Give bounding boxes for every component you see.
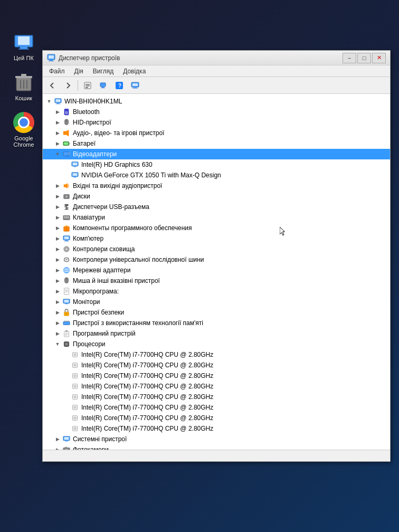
- tree-item-sw-device[interactable]: Програмний пристрій: [43, 328, 390, 339]
- tree-expander-keyboards[interactable]: [53, 213, 62, 222]
- tree-item-storage-ctrl[interactable]: Контролери сховища: [43, 244, 390, 254]
- tree-item-intel-hd[interactable]: Intel(R) HD Graphics 630: [43, 159, 390, 170]
- tree-item-battery[interactable]: Батареї: [43, 138, 390, 149]
- tree-item-monitors[interactable]: Монітори: [43, 297, 390, 307]
- tree-item-processors[interactable]: Процесори: [43, 339, 390, 349]
- tree-item-usb-controllers[interactable]: Диспетчери USB-разъема: [43, 202, 390, 212]
- tree-expander-security[interactable]: [53, 308, 62, 317]
- tree-label-cpu4: Intel(R) Core(TM) i7-7700HQ CPU @ 2.80GH…: [81, 393, 213, 401]
- properties-button[interactable]: [80, 79, 95, 92]
- svg-rect-134: [72, 386, 73, 387]
- tree-label-hid: HID-пристрої: [73, 119, 111, 126]
- tree-item-cpu3[interactable]: Intel(R) Core(TM) i7-7700HQ CPU @ 2.80GH…: [43, 381, 390, 392]
- tree-expander-network[interactable]: [53, 266, 62, 274]
- tree-expander-usb-controllers[interactable]: [53, 203, 62, 211]
- tree-item-cpu4[interactable]: Intel(R) Core(TM) i7-7700HQ CPU @ 2.80GH…: [43, 392, 390, 402]
- tree-item-hid[interactable]: HID-пристрої: [43, 117, 390, 128]
- tree-item-disks[interactable]: Диски: [43, 191, 390, 202]
- tree-item-system-devices[interactable]: Системні пристрої: [43, 434, 390, 444]
- chrome-icon[interactable]: Google Chrome: [5, 112, 42, 148]
- help-button[interactable]: ?: [112, 79, 127, 92]
- svg-rect-55: [65, 204, 69, 206]
- tree-item-root[interactable]: WIN-BHI0H0HK1ML: [43, 96, 390, 107]
- svg-rect-46: [73, 163, 78, 165]
- tree-expander-storage-ctrl[interactable]: [53, 245, 62, 253]
- svg-rect-129: [77, 375, 78, 375]
- tree-item-security[interactable]: Пристрої безпеки: [43, 307, 390, 318]
- svg-marker-52: [65, 183, 68, 189]
- tree-item-mouse[interactable]: Миша й інші вказівні пристрої: [43, 276, 390, 286]
- tree-icon-cpu5: [70, 403, 80, 412]
- svg-rect-59: [67, 207, 69, 208]
- tree-item-cpu0[interactable]: Intel(R) Core(TM) i7-7700HQ CPU @ 2.80GH…: [43, 349, 390, 360]
- tree-icon-storage-ctrl: [62, 245, 71, 253]
- tree-icon-video: [62, 150, 71, 158]
- tree-expander-cameras[interactable]: [53, 445, 62, 450]
- minimize-button[interactable]: −: [343, 53, 356, 63]
- tree-item-audio[interactable]: Аудіо-, відео- та ігрові пристрої: [43, 128, 390, 138]
- svg-rect-35: [63, 131, 66, 135]
- tree-item-network[interactable]: Мережеві адаптери: [43, 265, 390, 276]
- tree-item-cpu7[interactable]: Intel(R) Core(TM) i7-7700HQ CPU @ 2.80GH…: [43, 423, 390, 434]
- tree-item-cameras[interactable]: Фотокамери: [43, 444, 390, 450]
- tree-expander-software[interactable]: [53, 224, 62, 232]
- this-pc-icon-img: [13, 32, 34, 53]
- tree-item-memory[interactable]: Пристрої з використанням технології пам'…: [43, 318, 390, 328]
- menu-action[interactable]: Дія: [70, 66, 88, 76]
- tree-item-software[interactable]: Компоненты программного обеспечения: [43, 223, 390, 233]
- svg-rect-154: [77, 418, 78, 419]
- tree-expander-serial-bus[interactable]: [53, 255, 62, 264]
- tree-item-computer[interactable]: Комп'ютер: [43, 233, 390, 244]
- maximize-button[interactable]: □: [357, 53, 371, 63]
- menu-view[interactable]: Вигляд: [89, 66, 118, 76]
- tree-expander-computer[interactable]: [53, 234, 62, 243]
- trash-icon[interactable]: Кошик: [5, 72, 42, 101]
- tree-label-cpu3: Intel(R) Core(TM) i7-7700HQ CPU @ 2.80GH…: [81, 383, 213, 390]
- tree-expander-firmware[interactable]: [53, 287, 62, 296]
- forward-button[interactable]: [61, 79, 75, 92]
- tree-expander-bluetooth[interactable]: [53, 108, 62, 116]
- back-button[interactable]: [45, 79, 60, 92]
- tree-item-firmware[interactable]: Мікропрограма:: [43, 286, 390, 297]
- tree-item-nvidia[interactable]: NVIDIA GeForce GTX 1050 Ti with Max-Q De…: [43, 170, 390, 180]
- tree-item-cpu5[interactable]: Intel(R) Core(TM) i7-7700HQ CPU @ 2.80GH…: [43, 402, 390, 413]
- tree-expander-monitors[interactable]: [53, 298, 62, 306]
- tree-content[interactable]: WIN-BHI0H0HK1MLBBluetoothHID-пристроїАуд…: [43, 94, 390, 450]
- svg-rect-15: [86, 84, 90, 85]
- tree-expander-memory[interactable]: [53, 319, 62, 327]
- svg-rect-51: [64, 184, 66, 187]
- tree-item-cpu2[interactable]: Intel(R) Core(TM) i7-7700HQ CPU @ 2.80GH…: [43, 370, 390, 381]
- tree-expander-video[interactable]: [53, 150, 62, 158]
- menu-help[interactable]: Довідка: [119, 66, 150, 76]
- menu-file[interactable]: Файл: [45, 66, 69, 76]
- tree-item-cpu6[interactable]: Intel(R) Core(TM) i7-7700HQ CPU @ 2.80GH…: [43, 413, 390, 423]
- tree-item-serial-bus[interactable]: Контролери універсальної послідовної шин…: [43, 254, 390, 265]
- tree-expander-system-devices[interactable]: [53, 435, 62, 443]
- tree-expander-hid[interactable]: [53, 118, 62, 127]
- tree-expander-root[interactable]: [45, 97, 53, 106]
- statusbar: [43, 450, 390, 461]
- tree-expander-audio[interactable]: [53, 129, 62, 137]
- scan-button[interactable]: [96, 79, 111, 92]
- tree-item-cpu1[interactable]: Intel(R) Core(TM) i7-7700HQ CPU @ 2.80GH…: [43, 360, 390, 370]
- tree-item-bluetooth[interactable]: BBluetooth: [43, 107, 390, 117]
- close-button[interactable]: ✕: [372, 53, 386, 63]
- tree-icon-cameras: [62, 445, 71, 450]
- tree-expander-sw-device[interactable]: [53, 329, 62, 338]
- tree-item-audio-io[interactable]: Вхідні та вихідні аудіопристрої: [43, 180, 390, 191]
- tree-icon-mouse: [62, 277, 71, 285]
- tree-expander-processors[interactable]: [53, 340, 62, 348]
- this-pc-icon[interactable]: Цей ПК: [5, 32, 42, 61]
- tree-item-video[interactable]: Відеоадаптери: [43, 149, 390, 159]
- window-titlebar: Диспетчер пристроїв − □ ✕: [43, 51, 390, 65]
- tree-expander-audio-io[interactable]: [53, 182, 62, 190]
- svg-rect-140: [72, 397, 73, 397]
- tree-icon-cpu6: [70, 414, 80, 422]
- svg-rect-64: [68, 216, 69, 217]
- svg-rect-43: [69, 153, 70, 154]
- tree-expander-disks[interactable]: [53, 192, 62, 201]
- tree-item-keyboards[interactable]: Клавіатури: [43, 212, 390, 223]
- tree-expander-battery[interactable]: [53, 139, 62, 148]
- tree-expander-mouse[interactable]: [53, 277, 62, 285]
- device-view-button[interactable]: [128, 79, 142, 92]
